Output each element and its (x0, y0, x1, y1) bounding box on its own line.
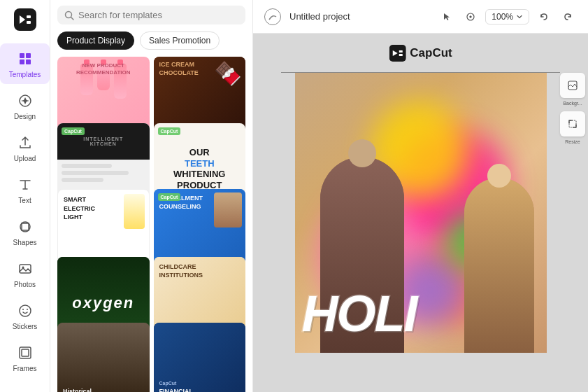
sidebar-item-stickers[interactable]: Stickers (0, 295, 50, 336)
svg-rect-9 (20, 265, 31, 273)
card-10-brand: CapCut (159, 381, 241, 386)
svg-rect-15 (22, 349, 29, 356)
pointer-icon (442, 12, 452, 22)
templates-grid: NEW PRODUCTRECOMMENDATION ICE CREAMCHOCO… (50, 57, 252, 392)
frames-label: Frames (13, 365, 37, 372)
photos-label: Photos (14, 281, 36, 288)
upload-icon (15, 133, 35, 153)
svg-rect-2 (27, 21, 31, 24)
svg-rect-1 (27, 15, 31, 18)
card-10-title: FINANCIALSERVICES (159, 387, 241, 392)
app-logo (13, 7, 38, 32)
svg-point-12 (22, 309, 24, 310)
stickers-label: Stickers (13, 323, 38, 330)
holi-background: HOLI (295, 73, 547, 353)
upload-label: Upload (14, 155, 36, 162)
card-6-badge: CapCut (158, 193, 181, 201)
card-9-title: HistoricalSites (63, 387, 144, 392)
shapes-icon (15, 217, 35, 237)
ice-cream-title: ICE CREAMCHOCOLATE (159, 61, 199, 77)
sidebar-item-upload[interactable]: Upload (0, 127, 50, 168)
card-4-title: OURTEETHWHITENINGPRODUCT (161, 147, 239, 190)
zoom-level: 100% (492, 12, 513, 22)
chevron-down-icon (516, 13, 523, 20)
project-icon (264, 8, 281, 25)
svg-rect-21 (399, 50, 402, 52)
sidebar-item-templates[interactable]: Templates (0, 43, 50, 84)
card-4-badge: CapCut (158, 127, 181, 135)
search-input[interactable] (78, 10, 238, 20)
template-card-9[interactable]: HistoricalSites History Report (57, 323, 150, 392)
canvas-toolbar: Untitled project 100% (253, 0, 588, 34)
templates-label: Templates (9, 71, 41, 78)
design-icon (15, 91, 35, 111)
canvas-area: Untitled project 100% (253, 0, 588, 392)
search-icon (64, 10, 74, 20)
templates-panel: Product Display Sales Promotion NEW PROD… (50, 0, 253, 392)
sidebar-item-design[interactable]: Design (0, 85, 50, 126)
svg-rect-6 (26, 59, 31, 64)
card-3-body (57, 160, 150, 186)
svg-rect-4 (26, 53, 31, 58)
capcut-logo-icon (389, 45, 406, 62)
filter-tabs: Product Display Sales Promotion (50, 30, 252, 57)
svg-rect-8 (22, 223, 29, 230)
svg-point-13 (27, 309, 28, 310)
redo-icon (563, 12, 573, 22)
magic-icon (466, 12, 475, 22)
zoom-control[interactable]: 100% (485, 9, 529, 24)
magic-tool[interactable] (461, 9, 480, 24)
redo-button[interactable] (559, 9, 577, 24)
sidebar-item-frames[interactable]: Frames (0, 337, 50, 378)
svg-rect-3 (20, 53, 24, 58)
sidebar-item-photos[interactable]: Photos (0, 253, 50, 294)
shapes-label: Shapes (13, 239, 37, 246)
canvas-content: Backgr... Resize CapCut (253, 34, 588, 392)
project-title: Untitled project (289, 11, 429, 22)
svg-point-11 (20, 305, 31, 316)
undo-button[interactable] (535, 9, 553, 24)
card-1-title: NEW PRODUCTRECOMMENDATION (57, 62, 150, 77)
search-bar[interactable] (57, 6, 245, 24)
templates-icon (15, 49, 35, 69)
card-9-inner: HistoricalSites History Report (57, 323, 150, 392)
svg-rect-22 (399, 54, 402, 56)
template-card-10[interactable]: CapCut FINANCIALSERVICES Media Report (154, 323, 246, 392)
text-label: Text (18, 197, 31, 204)
canvas-frame[interactable]: HOLI (295, 73, 547, 353)
icon-sidebar: Templates Design Upload Text (0, 0, 50, 392)
capcut-logo-canvas: CapCut (389, 45, 452, 62)
tab-sales-promotion[interactable]: Sales Promotion (140, 31, 220, 50)
stickers-icon (15, 301, 35, 321)
canvas-workspace[interactable]: CapCut (253, 34, 588, 392)
sidebar-item-text[interactable]: Text (0, 169, 50, 210)
sidebar-item-shapes[interactable]: Shapes (0, 211, 50, 252)
card-10-inner: CapCut FINANCIALSERVICES Media Report (154, 323, 246, 392)
capcut-brand-text: CapCut (410, 46, 452, 60)
toolbar-right: 100% (438, 9, 577, 24)
pointer-tool[interactable] (438, 9, 456, 24)
holi-text: HOLI (302, 288, 540, 339)
frames-icon (15, 343, 35, 363)
ice-cream-emoji: 🍫 (214, 60, 242, 87)
undo-icon (539, 12, 549, 22)
tab-product-display[interactable]: Product Display (57, 31, 134, 50)
design-label: Design (14, 113, 36, 120)
text-icon (15, 175, 35, 195)
svg-rect-5 (20, 59, 24, 64)
card-6-person (214, 192, 242, 227)
card-8-title: CHILDCAREINSTITUTIONS (159, 262, 241, 280)
light-visual (124, 194, 145, 229)
photos-icon (15, 259, 35, 279)
card-3-badge: CapCut (62, 127, 85, 135)
oxygen-title: oxygen (72, 294, 134, 312)
